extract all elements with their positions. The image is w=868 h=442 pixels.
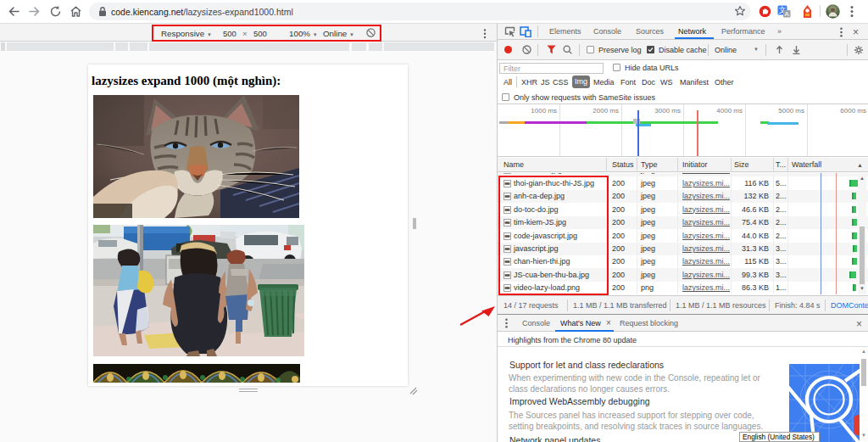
svg-text:A: A [785,10,790,18]
